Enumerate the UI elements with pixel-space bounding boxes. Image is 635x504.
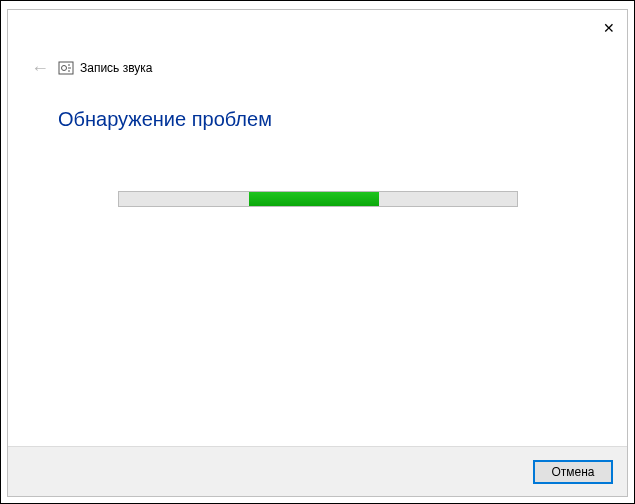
progress-segment — [249, 192, 379, 206]
back-arrow-icon: ← — [31, 58, 49, 79]
titlebar: ✕ — [8, 10, 627, 50]
cancel-button[interactable]: Отмена — [533, 460, 613, 484]
header-row: ← Запись звука — [8, 56, 627, 80]
svg-point-1 — [62, 66, 67, 71]
close-icon: ✕ — [603, 20, 615, 36]
window-outer-border: ✕ ← Запись звука Обнаружение проблем — [0, 0, 635, 504]
sound-recording-icon — [58, 61, 74, 75]
progress-bar — [118, 191, 518, 207]
window-outer-gap: ✕ ← Запись звука Обнаружение проблем — [1, 1, 634, 503]
troubleshooter-dialog: ✕ ← Запись звука Обнаружение проблем — [7, 9, 628, 497]
progress-wrap — [58, 191, 577, 207]
window-title: Запись звука — [80, 61, 153, 75]
content-area: Обнаружение проблем — [8, 80, 627, 446]
close-button[interactable]: ✕ — [597, 16, 621, 40]
back-button: ← — [28, 56, 52, 80]
page-heading: Обнаружение проблем — [58, 108, 577, 131]
footer: Отмена — [8, 446, 627, 496]
